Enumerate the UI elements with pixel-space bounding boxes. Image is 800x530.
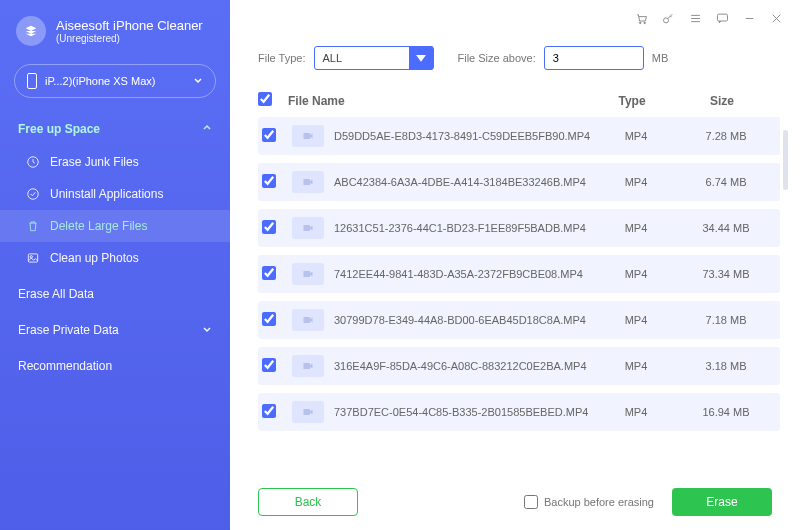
chevron-down-icon (202, 323, 212, 337)
scrollbar[interactable] (783, 130, 788, 190)
table-row[interactable]: 7412EE44-9841-483D-A35A-2372FB9CBE08.MP4… (258, 255, 780, 293)
file-type: MP4 (596, 360, 676, 372)
row-checkbox[interactable] (262, 266, 276, 280)
main-panel: File Type: ALL File Size above: MB File … (230, 0, 800, 530)
photo-icon (26, 251, 40, 265)
file-size-label: File Size above: (458, 52, 536, 64)
table-row[interactable]: 316E4A9F-85DA-49C6-A08C-883212C0E2BA.MP4… (258, 347, 780, 385)
video-thumb-icon (292, 355, 324, 377)
file-name: 737BD7EC-0E54-4C85-B335-2B01585BEBED.MP4 (334, 406, 596, 418)
select-all-checkbox[interactable] (258, 92, 272, 106)
video-thumb-icon (292, 401, 324, 423)
file-name: 12631C51-2376-44C1-BD23-F1EE89F5BADB.MP4 (334, 222, 596, 234)
file-size: 6.74 MB (676, 176, 776, 188)
nav-recommendation[interactable]: Recommendation (0, 350, 230, 382)
file-type: MP4 (596, 314, 676, 326)
row-checkbox[interactable] (262, 174, 276, 188)
video-thumb-icon (292, 125, 324, 147)
nav-head-label: Free up Space (18, 122, 100, 136)
erase-button[interactable]: Erase (672, 488, 772, 516)
file-name: D59DD5AE-E8D3-4173-8491-C59DEEB5FB90.MP4 (334, 130, 596, 142)
mb-label: MB (652, 52, 669, 64)
table-row[interactable]: 737BD7EC-0E54-4C85-B335-2B01585BEBED.MP4… (258, 393, 780, 431)
nav-clean-up-photos[interactable]: Clean up Photos (0, 242, 230, 274)
file-name: 316E4A9F-85DA-49C6-A08C-883212C0E2BA.MP4 (334, 360, 596, 372)
file-type: MP4 (596, 222, 676, 234)
file-size: 16.94 MB (676, 406, 776, 418)
dropdown-arrow-icon (409, 46, 433, 70)
file-type-label: File Type: (258, 52, 306, 64)
cart-icon[interactable] (634, 11, 649, 29)
phone-icon (27, 73, 37, 89)
nav-label: Uninstall Applications (50, 187, 163, 201)
backup-checkbox[interactable] (524, 495, 538, 509)
file-size: 3.18 MB (676, 360, 776, 372)
nav-erase-private-data[interactable]: Erase Private Data (0, 314, 230, 346)
nav-uninstall-applications[interactable]: Uninstall Applications (0, 178, 230, 210)
nav-label: Recommendation (18, 359, 112, 373)
svg-rect-14 (304, 409, 311, 415)
file-size: 7.28 MB (676, 130, 776, 142)
file-type-dropdown[interactable]: ALL (314, 46, 434, 70)
svg-rect-9 (304, 179, 311, 185)
footer: Back Backup before erasing Erase (230, 478, 800, 530)
nav-label: Erase All Data (18, 287, 94, 301)
file-name: 30799D78-E349-44A8-BD00-6EAB45D18C8A.MP4 (334, 314, 596, 326)
file-size: 73.34 MB (676, 268, 776, 280)
svg-rect-13 (304, 363, 311, 369)
row-checkbox[interactable] (262, 404, 276, 418)
svg-rect-2 (28, 254, 37, 262)
col-file-name: File Name (288, 94, 592, 108)
file-size: 7.18 MB (676, 314, 776, 326)
table-row[interactable]: ABC42384-6A3A-4DBE-A414-3184BE33246B.MP4… (258, 163, 780, 201)
svg-rect-10 (304, 225, 311, 231)
nav-free-up-space[interactable]: Free up Space (0, 112, 230, 146)
backup-label: Backup before erasing (544, 496, 654, 508)
file-size-input[interactable] (544, 46, 644, 70)
row-checkbox[interactable] (262, 220, 276, 234)
row-checkbox[interactable] (262, 312, 276, 326)
trash-icon (26, 219, 40, 233)
nav-label: Erase Junk Files (50, 155, 139, 169)
nav-erase-all-data[interactable]: Erase All Data (0, 278, 230, 310)
row-checkbox[interactable] (262, 128, 276, 142)
close-icon[interactable] (769, 11, 784, 29)
video-thumb-icon (292, 171, 324, 193)
video-thumb-icon (292, 263, 324, 285)
key-icon[interactable] (661, 11, 676, 29)
col-size: Size (672, 94, 772, 108)
file-list: D59DD5AE-E8D3-4173-8491-C59DEEB5FB90.MP4… (230, 117, 800, 478)
app-icon (16, 16, 46, 46)
nav-erase-junk-files[interactable]: Erase Junk Files (0, 146, 230, 178)
svg-point-4 (640, 22, 642, 24)
nav-label: Erase Private Data (18, 323, 119, 337)
apps-icon (26, 187, 40, 201)
backup-option[interactable]: Backup before erasing (524, 495, 654, 509)
file-type: MP4 (596, 268, 676, 280)
nav-label: Clean up Photos (50, 251, 139, 265)
clock-icon (26, 155, 40, 169)
table-row[interactable]: 12631C51-2376-44C1-BD23-F1EE89F5BADB.MP4… (258, 209, 780, 247)
svg-rect-12 (304, 317, 311, 323)
file-type: MP4 (596, 130, 676, 142)
nav-delete-large-files[interactable]: Delete Large Files (0, 210, 230, 242)
row-checkbox[interactable] (262, 358, 276, 372)
svg-point-1 (28, 189, 39, 200)
file-type-value: ALL (323, 52, 343, 64)
table-row[interactable]: D59DD5AE-E8D3-4173-8491-C59DEEB5FB90.MP4… (258, 117, 780, 155)
device-selector[interactable]: iP...2)(iPhone XS Max) (14, 64, 216, 98)
menu-icon[interactable] (688, 11, 703, 29)
chevron-up-icon (202, 122, 212, 136)
sidebar: Aiseesoft iPhone Cleaner (Unregistered) … (0, 0, 230, 530)
video-thumb-icon (292, 309, 324, 331)
back-button[interactable]: Back (258, 488, 358, 516)
file-size: 34.44 MB (676, 222, 776, 234)
feedback-icon[interactable] (715, 11, 730, 29)
app-title: Aiseesoft iPhone Cleaner (56, 18, 203, 34)
nav-label: Delete Large Files (50, 219, 147, 233)
file-type: MP4 (596, 176, 676, 188)
chevron-down-icon (193, 75, 203, 87)
minimize-icon[interactable] (742, 11, 757, 29)
table-row[interactable]: 30799D78-E349-44A8-BD00-6EAB45D18C8A.MP4… (258, 301, 780, 339)
video-thumb-icon (292, 217, 324, 239)
